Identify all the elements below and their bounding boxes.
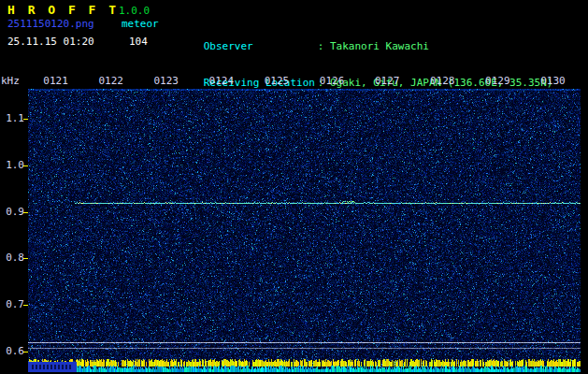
freq-tick — [23, 119, 28, 120]
count-value: 104 — [129, 36, 148, 48]
datetime-label: 25.11.15 01:20 — [7, 36, 94, 48]
spectrogram-canvas — [28, 89, 581, 372]
freq-label: 1.0 — [0, 159, 24, 171]
freq-label: 0.6 — [0, 345, 24, 357]
freq-tick — [23, 165, 28, 166]
time-label: 0123 — [153, 75, 179, 87]
time-label: 0121 — [43, 75, 69, 87]
time-label: 0124 — [208, 75, 235, 87]
time-label: 0125 — [264, 75, 290, 87]
time-label: 0127 — [374, 75, 400, 87]
time-label: 0129 — [484, 75, 510, 87]
freq-tick — [23, 305, 28, 306]
output-filename: 2511150120.png — [7, 18, 94, 30]
freq-tick — [23, 258, 28, 259]
freq-tick — [23, 212, 28, 213]
hrofft-window: H R O F F T 1.0.0 2511150120.png meteor … — [0, 0, 588, 374]
time-label: 0122 — [98, 75, 124, 87]
mode-label: meteor — [122, 18, 159, 30]
freq-label: 0.9 — [0, 206, 24, 218]
time-label: 0130 — [539, 75, 566, 87]
freq-label: 0.7 — [0, 298, 24, 310]
info-row-observer: Observer: Takanori Kawachi — [166, 28, 552, 40]
freq-label: 1.1 — [0, 112, 24, 124]
freq-tick — [23, 352, 28, 352]
freq-unit-label: kHz — [1, 75, 20, 87]
time-label: 0128 — [429, 75, 455, 87]
info-value: : Takanori Kawachi — [318, 40, 429, 52]
info-label: Observer — [204, 40, 318, 52]
app-version: 1.0.0 — [119, 5, 150, 17]
freq-label: 0.8 — [0, 252, 24, 264]
app-title: H R O F F T — [7, 3, 119, 17]
time-label: 0126 — [319, 75, 345, 87]
